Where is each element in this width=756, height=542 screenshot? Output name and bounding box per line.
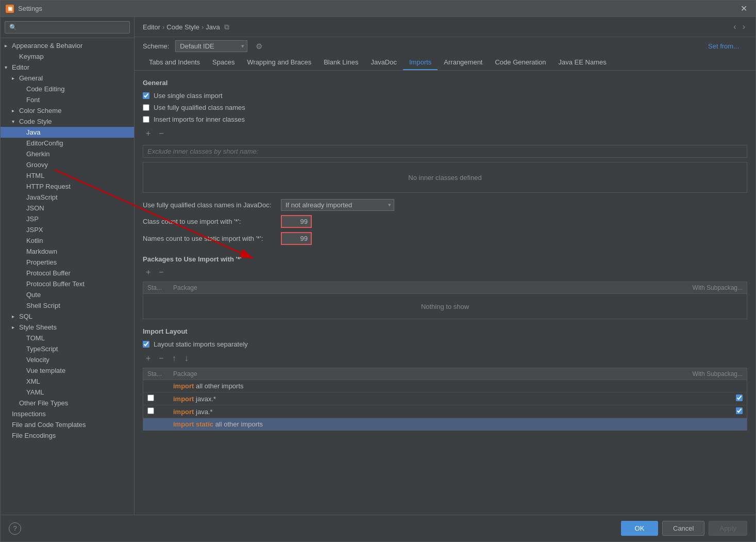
sidebar-item-file-encodings[interactable]: File Encodings — [1, 430, 134, 441]
sidebar-item-velocity[interactable]: Velocity — [1, 354, 134, 365]
move-up-import-layout-button[interactable]: ↑ — [169, 353, 179, 364]
sidebar-item-keymap[interactable]: Keymap — [1, 51, 134, 62]
sidebar-item-http-request[interactable]: HTTP Request — [1, 181, 134, 192]
sidebar-item-label: Editor — [12, 63, 29, 71]
add-inner-class-button[interactable]: + — [143, 128, 154, 139]
class-count-input[interactable] — [281, 215, 312, 228]
scheme-select[interactable]: Default IDE Project — [175, 40, 247, 52]
sidebar-item-java[interactable]: Java — [1, 127, 134, 138]
use-fully-qualified-row: Use fully qualified class names — [143, 103, 747, 112]
tab-javadoc[interactable]: JavaDoc — [364, 55, 403, 70]
ok-button[interactable]: OK — [621, 521, 658, 536]
sidebar-item-inspections[interactable]: Inspections — [1, 408, 134, 419]
sidebar-item-protocol-buffer-text[interactable]: Protocol Buffer Text — [1, 278, 134, 289]
tab-wrapping-braces[interactable]: Wrapping and Braces — [241, 55, 317, 70]
import-row-4: import static all other imports — [143, 418, 747, 430]
sidebar-item-javascript[interactable]: JavaScript — [1, 192, 134, 203]
tab-blank-lines[interactable]: Blank Lines — [317, 55, 364, 70]
sidebar-item-appearance[interactable]: Appearance & Behavior — [1, 40, 134, 51]
sidebar-item-color-scheme[interactable]: Color Scheme — [1, 105, 134, 116]
names-count-label: Names count to use static import with '*… — [143, 235, 277, 242]
sidebar-item-label: Inspections — [12, 410, 46, 418]
sidebar-item-sql[interactable]: SQL — [1, 311, 134, 322]
sidebar-item-jsp[interactable]: JSP — [1, 213, 134, 224]
nav-back-button[interactable]: ‹ — [731, 21, 738, 32]
sidebar-item-typescript[interactable]: TypeScript — [1, 343, 134, 354]
sidebar-item-gherkin[interactable]: Gherkin — [1, 149, 134, 159]
tab-java-ee-names[interactable]: Java EE Names — [552, 55, 613, 70]
arrow-icon — [12, 314, 19, 319]
insert-imports-inner-row: Insert imports for inner classes — [143, 114, 747, 124]
add-import-layout-button[interactable]: + — [143, 353, 154, 364]
sidebar-item-label: Protocol Buffer Text — [26, 280, 85, 288]
packages-section-title: Packages to Use Import with '*' — [143, 255, 747, 263]
sidebar-item-style-sheets[interactable]: Style Sheets — [1, 322, 134, 333]
sidebar-item-toml[interactable]: TOML — [1, 333, 134, 343]
scheme-gear-button[interactable]: ⚙ — [254, 41, 264, 52]
nav-forward-button[interactable]: › — [741, 21, 747, 32]
help-button[interactable]: ? — [9, 522, 21, 535]
tab-arrangement[interactable]: Arrangement — [438, 55, 489, 70]
sidebar-item-font[interactable]: Font — [1, 94, 134, 105]
sidebar-item-label: Gherkin — [26, 150, 50, 158]
sidebar-item-label: Velocity — [26, 356, 49, 364]
sidebar-item-html[interactable]: HTML — [1, 170, 134, 181]
tab-code-generation[interactable]: Code Generation — [489, 55, 552, 70]
sidebar-item-label: Qute — [26, 291, 41, 299]
remove-inner-class-button[interactable]: − — [156, 128, 166, 139]
import-layout-col-package: Package — [173, 370, 676, 377]
insert-imports-inner-checkbox[interactable] — [143, 116, 149, 123]
sidebar-item-shell-script[interactable]: Shell Script — [1, 300, 134, 311]
sidebar-item-label: JSPX — [26, 226, 43, 234]
set-from-link[interactable]: Set from... — [700, 40, 747, 52]
sidebar-item-vue-template[interactable]: Vue template — [1, 365, 134, 376]
sidebar-item-qute[interactable]: Qute — [1, 289, 134, 300]
sidebar-item-protocol-buffer[interactable]: Protocol Buffer — [1, 268, 134, 278]
sidebar-item-label: Code Style — [19, 118, 52, 125]
sidebar-item-file-code-templates[interactable]: File and Code Templates — [1, 419, 134, 430]
row3-sta-checkbox[interactable] — [147, 407, 154, 414]
sidebar-item-label: File and Code Templates — [12, 421, 86, 429]
sidebar-item-other-file-types[interactable]: Other File Types — [1, 398, 134, 408]
names-count-input[interactable] — [281, 232, 312, 245]
use-single-class-import-checkbox[interactable] — [143, 92, 149, 99]
row3-package: import java.* — [173, 408, 676, 416]
remove-package-button[interactable]: − — [156, 267, 166, 277]
row3-subpackage-checkbox[interactable] — [736, 407, 743, 414]
sidebar-item-code-editing[interactable]: Code Editing — [1, 84, 134, 94]
search-input[interactable] — [5, 21, 130, 34]
qualified-dropdown[interactable]: If not already imported Always Never — [281, 199, 394, 211]
insert-imports-inner-label: Insert imports for inner classes — [154, 116, 245, 123]
sidebar-item-json[interactable]: JSON — [1, 203, 134, 213]
sidebar-item-general[interactable]: General — [1, 73, 134, 84]
row2-sta-checkbox[interactable] — [147, 395, 154, 401]
sidebar-tree: Appearance & Behavior Keymap Editor Gene… — [1, 38, 134, 515]
sidebar-item-kotlin[interactable]: Kotlin — [1, 235, 134, 246]
sidebar-item-xml[interactable]: XML — [1, 376, 134, 387]
sidebar-item-groovy[interactable]: Groovy — [1, 159, 134, 170]
sidebar-item-markdown[interactable]: Markdown — [1, 246, 134, 257]
close-button[interactable]: ✕ — [737, 3, 750, 14]
breadcrumb-copy-icon[interactable]: ⧉ — [224, 23, 229, 31]
packages-col-package: Package — [173, 284, 676, 291]
use-fully-qualified-checkbox[interactable] — [143, 104, 149, 111]
sidebar-item-label: Java — [26, 128, 40, 136]
tab-imports[interactable]: Imports — [403, 55, 438, 70]
add-package-button[interactable]: + — [143, 267, 154, 277]
sidebar-item-yaml[interactable]: YAML — [1, 387, 134, 398]
remove-import-layout-button[interactable]: − — [156, 353, 166, 364]
tab-tabs-indents[interactable]: Tabs and Indents — [143, 55, 206, 70]
sidebar-item-editor[interactable]: Editor — [1, 62, 134, 73]
move-down-import-layout-button[interactable]: ↓ — [181, 353, 192, 364]
sidebar-item-code-style[interactable]: Code Style — [1, 116, 134, 127]
row2-subpackage-checkbox[interactable] — [736, 395, 743, 401]
sidebar-item-label: XML — [26, 377, 40, 385]
exclude-inner-classes-input[interactable] — [143, 145, 747, 158]
sidebar-item-jspx[interactable]: JSPX — [1, 224, 134, 235]
layout-static-checkbox[interactable] — [143, 341, 149, 348]
apply-button[interactable]: Apply — [709, 521, 747, 536]
tab-spaces[interactable]: Spaces — [206, 55, 241, 70]
sidebar-item-editorconfig[interactable]: EditorConfig — [1, 138, 134, 149]
cancel-button[interactable]: Cancel — [662, 521, 704, 536]
sidebar-item-properties[interactable]: Properties — [1, 257, 134, 268]
